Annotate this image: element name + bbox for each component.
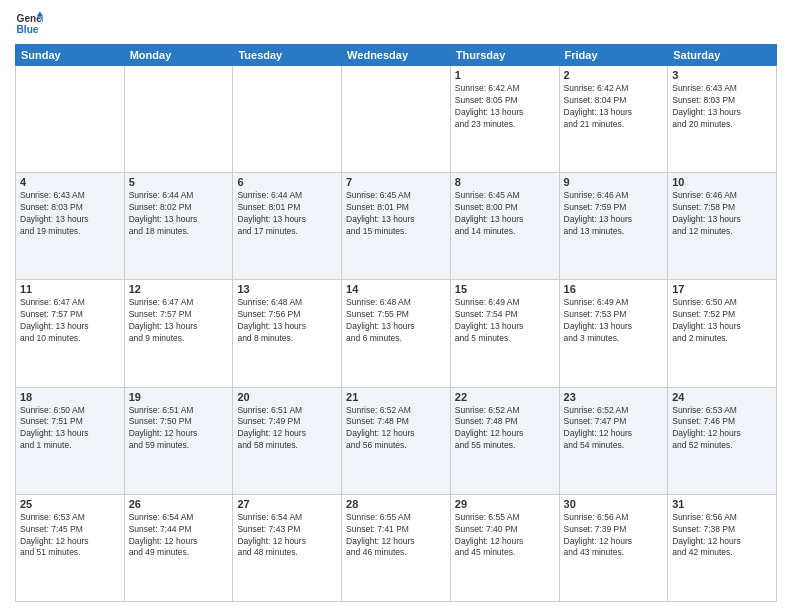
day-info: Sunrise: 6:48 AM Sunset: 7:55 PM Dayligh… <box>346 297 446 345</box>
day-cell: 16Sunrise: 6:49 AM Sunset: 7:53 PM Dayli… <box>559 280 668 387</box>
day-number: 26 <box>129 498 229 510</box>
day-number: 10 <box>672 176 772 188</box>
header: General Blue <box>15 10 777 38</box>
logo-icon: General Blue <box>15 10 43 38</box>
day-cell: 24Sunrise: 6:53 AM Sunset: 7:46 PM Dayli… <box>668 387 777 494</box>
day-cell: 23Sunrise: 6:52 AM Sunset: 7:47 PM Dayli… <box>559 387 668 494</box>
day-info: Sunrise: 6:47 AM Sunset: 7:57 PM Dayligh… <box>20 297 120 345</box>
week-row-2: 4Sunrise: 6:43 AM Sunset: 8:03 PM Daylig… <box>16 173 777 280</box>
day-cell: 5Sunrise: 6:44 AM Sunset: 8:02 PM Daylig… <box>124 173 233 280</box>
day-cell: 26Sunrise: 6:54 AM Sunset: 7:44 PM Dayli… <box>124 494 233 601</box>
day-number: 31 <box>672 498 772 510</box>
day-cell: 15Sunrise: 6:49 AM Sunset: 7:54 PM Dayli… <box>450 280 559 387</box>
day-number: 30 <box>564 498 664 510</box>
day-info: Sunrise: 6:45 AM Sunset: 8:00 PM Dayligh… <box>455 190 555 238</box>
day-info: Sunrise: 6:54 AM Sunset: 7:44 PM Dayligh… <box>129 512 229 560</box>
week-row-4: 18Sunrise: 6:50 AM Sunset: 7:51 PM Dayli… <box>16 387 777 494</box>
calendar-table: SundayMondayTuesdayWednesdayThursdayFrid… <box>15 44 777 602</box>
day-info: Sunrise: 6:55 AM Sunset: 7:40 PM Dayligh… <box>455 512 555 560</box>
day-cell: 21Sunrise: 6:52 AM Sunset: 7:48 PM Dayli… <box>342 387 451 494</box>
day-cell: 18Sunrise: 6:50 AM Sunset: 7:51 PM Dayli… <box>16 387 125 494</box>
day-cell: 20Sunrise: 6:51 AM Sunset: 7:49 PM Dayli… <box>233 387 342 494</box>
day-info: Sunrise: 6:43 AM Sunset: 8:03 PM Dayligh… <box>20 190 120 238</box>
day-info: Sunrise: 6:47 AM Sunset: 7:57 PM Dayligh… <box>129 297 229 345</box>
day-number: 23 <box>564 391 664 403</box>
day-cell <box>124 66 233 173</box>
day-cell: 17Sunrise: 6:50 AM Sunset: 7:52 PM Dayli… <box>668 280 777 387</box>
day-number: 18 <box>20 391 120 403</box>
day-number: 21 <box>346 391 446 403</box>
day-cell: 3Sunrise: 6:43 AM Sunset: 8:03 PM Daylig… <box>668 66 777 173</box>
day-number: 1 <box>455 69 555 81</box>
day-info: Sunrise: 6:54 AM Sunset: 7:43 PM Dayligh… <box>237 512 337 560</box>
day-number: 17 <box>672 283 772 295</box>
week-row-1: 1Sunrise: 6:42 AM Sunset: 8:05 PM Daylig… <box>16 66 777 173</box>
day-info: Sunrise: 6:52 AM Sunset: 7:48 PM Dayligh… <box>346 405 446 453</box>
day-number: 4 <box>20 176 120 188</box>
day-cell: 14Sunrise: 6:48 AM Sunset: 7:55 PM Dayli… <box>342 280 451 387</box>
day-cell: 25Sunrise: 6:53 AM Sunset: 7:45 PM Dayli… <box>16 494 125 601</box>
day-cell: 29Sunrise: 6:55 AM Sunset: 7:40 PM Dayli… <box>450 494 559 601</box>
day-number: 5 <box>129 176 229 188</box>
day-number: 3 <box>672 69 772 81</box>
day-info: Sunrise: 6:49 AM Sunset: 7:54 PM Dayligh… <box>455 297 555 345</box>
svg-text:Blue: Blue <box>17 24 39 35</box>
logo: General Blue <box>15 10 43 38</box>
day-number: 2 <box>564 69 664 81</box>
day-number: 7 <box>346 176 446 188</box>
day-cell <box>16 66 125 173</box>
day-number: 14 <box>346 283 446 295</box>
day-info: Sunrise: 6:43 AM Sunset: 8:03 PM Dayligh… <box>672 83 772 131</box>
day-number: 25 <box>20 498 120 510</box>
weekday-header-row: SundayMondayTuesdayWednesdayThursdayFrid… <box>16 45 777 66</box>
day-info: Sunrise: 6:55 AM Sunset: 7:41 PM Dayligh… <box>346 512 446 560</box>
day-info: Sunrise: 6:42 AM Sunset: 8:05 PM Dayligh… <box>455 83 555 131</box>
day-cell: 10Sunrise: 6:46 AM Sunset: 7:58 PM Dayli… <box>668 173 777 280</box>
day-cell <box>233 66 342 173</box>
day-info: Sunrise: 6:53 AM Sunset: 7:46 PM Dayligh… <box>672 405 772 453</box>
day-cell: 28Sunrise: 6:55 AM Sunset: 7:41 PM Dayli… <box>342 494 451 601</box>
day-cell: 6Sunrise: 6:44 AM Sunset: 8:01 PM Daylig… <box>233 173 342 280</box>
day-cell: 7Sunrise: 6:45 AM Sunset: 8:01 PM Daylig… <box>342 173 451 280</box>
week-row-3: 11Sunrise: 6:47 AM Sunset: 7:57 PM Dayli… <box>16 280 777 387</box>
day-cell: 9Sunrise: 6:46 AM Sunset: 7:59 PM Daylig… <box>559 173 668 280</box>
day-cell: 2Sunrise: 6:42 AM Sunset: 8:04 PM Daylig… <box>559 66 668 173</box>
day-number: 13 <box>237 283 337 295</box>
day-cell: 30Sunrise: 6:56 AM Sunset: 7:39 PM Dayli… <box>559 494 668 601</box>
day-info: Sunrise: 6:49 AM Sunset: 7:53 PM Dayligh… <box>564 297 664 345</box>
week-row-5: 25Sunrise: 6:53 AM Sunset: 7:45 PM Dayli… <box>16 494 777 601</box>
day-info: Sunrise: 6:44 AM Sunset: 8:01 PM Dayligh… <box>237 190 337 238</box>
day-info: Sunrise: 6:56 AM Sunset: 7:39 PM Dayligh… <box>564 512 664 560</box>
day-number: 11 <box>20 283 120 295</box>
day-number: 16 <box>564 283 664 295</box>
day-number: 29 <box>455 498 555 510</box>
day-number: 20 <box>237 391 337 403</box>
day-number: 15 <box>455 283 555 295</box>
day-info: Sunrise: 6:44 AM Sunset: 8:02 PM Dayligh… <box>129 190 229 238</box>
day-cell: 12Sunrise: 6:47 AM Sunset: 7:57 PM Dayli… <box>124 280 233 387</box>
weekday-sunday: Sunday <box>16 45 125 66</box>
day-number: 24 <box>672 391 772 403</box>
day-number: 22 <box>455 391 555 403</box>
day-number: 6 <box>237 176 337 188</box>
day-info: Sunrise: 6:52 AM Sunset: 7:48 PM Dayligh… <box>455 405 555 453</box>
day-number: 27 <box>237 498 337 510</box>
day-cell: 22Sunrise: 6:52 AM Sunset: 7:48 PM Dayli… <box>450 387 559 494</box>
weekday-monday: Monday <box>124 45 233 66</box>
day-cell: 4Sunrise: 6:43 AM Sunset: 8:03 PM Daylig… <box>16 173 125 280</box>
day-info: Sunrise: 6:56 AM Sunset: 7:38 PM Dayligh… <box>672 512 772 560</box>
weekday-wednesday: Wednesday <box>342 45 451 66</box>
day-info: Sunrise: 6:50 AM Sunset: 7:52 PM Dayligh… <box>672 297 772 345</box>
day-cell: 11Sunrise: 6:47 AM Sunset: 7:57 PM Dayli… <box>16 280 125 387</box>
weekday-tuesday: Tuesday <box>233 45 342 66</box>
day-number: 28 <box>346 498 446 510</box>
day-info: Sunrise: 6:51 AM Sunset: 7:49 PM Dayligh… <box>237 405 337 453</box>
day-cell: 13Sunrise: 6:48 AM Sunset: 7:56 PM Dayli… <box>233 280 342 387</box>
day-cell: 8Sunrise: 6:45 AM Sunset: 8:00 PM Daylig… <box>450 173 559 280</box>
day-info: Sunrise: 6:46 AM Sunset: 7:58 PM Dayligh… <box>672 190 772 238</box>
day-cell: 27Sunrise: 6:54 AM Sunset: 7:43 PM Dayli… <box>233 494 342 601</box>
day-info: Sunrise: 6:51 AM Sunset: 7:50 PM Dayligh… <box>129 405 229 453</box>
day-number: 9 <box>564 176 664 188</box>
weekday-friday: Friday <box>559 45 668 66</box>
day-number: 12 <box>129 283 229 295</box>
